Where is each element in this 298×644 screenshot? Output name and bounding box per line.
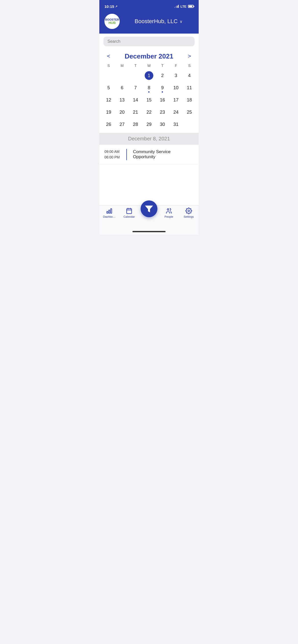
events-section: December 8, 2021 09:00 AM 06:00 PM Commu… xyxy=(99,133,199,165)
cal-empty xyxy=(183,119,196,130)
lte-label: LTE xyxy=(180,5,186,8)
cal-day-13[interactable]: 13 xyxy=(115,94,129,106)
status-time: 10:15 ↗ xyxy=(104,4,117,9)
search-container xyxy=(99,34,199,49)
cal-day-7[interactable]: 7 xyxy=(129,82,142,94)
calendar-grid: S M T W T F S 12345678910111213141516171… xyxy=(99,63,199,133)
prev-month-button[interactable]: < xyxy=(104,52,113,61)
search-input[interactable] xyxy=(103,37,195,46)
battery-icon xyxy=(188,5,194,8)
home-indicator xyxy=(99,229,199,235)
cal-day-16[interactable]: 16 xyxy=(156,94,169,106)
event-dot xyxy=(148,91,150,93)
cal-day-1[interactable]: 1 xyxy=(142,70,156,81)
people-icon xyxy=(166,208,172,214)
svg-rect-2 xyxy=(111,209,112,213)
dashboard-icon xyxy=(106,208,113,214)
svg-point-8 xyxy=(167,209,169,210)
cal-day-18[interactable]: 18 xyxy=(183,94,196,106)
settings-label: Settings xyxy=(184,215,194,218)
cal-day-3[interactable]: 3 xyxy=(169,70,183,81)
event-dot xyxy=(162,91,163,93)
cal-day-9[interactable]: 9 xyxy=(156,82,169,94)
day-number: 8 xyxy=(145,83,153,92)
org-name-button[interactable]: BoosterHub, LLC ∨ xyxy=(124,18,194,25)
cal-day-29[interactable]: 29 xyxy=(142,119,156,130)
cal-day-27[interactable]: 27 xyxy=(115,119,129,130)
app-header: BOOSTER HUB BoosterHub, LLC ∨ xyxy=(99,11,199,34)
day-number: 5 xyxy=(104,83,113,92)
cal-empty xyxy=(115,70,129,81)
cal-day-10[interactable]: 10 xyxy=(169,82,183,94)
nav-people[interactable]: People xyxy=(159,208,179,218)
cal-day-23[interactable]: 23 xyxy=(156,106,169,118)
cal-empty xyxy=(102,70,115,81)
day-number: 24 xyxy=(172,108,180,116)
cal-day-28[interactable]: 28 xyxy=(129,119,142,130)
nav-dashboard[interactable]: Dashbo… xyxy=(99,208,119,218)
day-number: 19 xyxy=(104,108,113,116)
settings-icon xyxy=(185,208,192,214)
cal-day-24[interactable]: 24 xyxy=(169,106,183,118)
nav-fab[interactable] xyxy=(139,200,159,217)
cal-day-15[interactable]: 15 xyxy=(142,94,156,106)
day-number: 29 xyxy=(145,120,153,129)
nav-calendar[interactable]: Calendar xyxy=(119,208,139,218)
status-bar: 10:15 ↗ LTE xyxy=(99,0,199,11)
cal-day-2[interactable]: 2 xyxy=(156,70,169,81)
cal-day-22[interactable]: 22 xyxy=(142,106,156,118)
signal-bar-1 xyxy=(174,7,175,8)
battery-fill xyxy=(189,6,192,7)
cal-day-4[interactable]: 4 xyxy=(183,70,196,81)
location-icon: ↗ xyxy=(115,5,117,8)
day-number: 23 xyxy=(158,108,167,116)
event-time: 09:00 AM 06:00 PM xyxy=(104,149,122,160)
cal-day-26[interactable]: 26 xyxy=(102,119,115,130)
day-number: 11 xyxy=(185,83,194,92)
cal-day-6[interactable]: 6 xyxy=(115,82,129,94)
day-number: 26 xyxy=(104,120,113,129)
cal-day-19[interactable]: 19 xyxy=(102,106,115,118)
day-number: 30 xyxy=(158,120,167,129)
day-number: 20 xyxy=(118,108,126,116)
cal-day-25[interactable]: 25 xyxy=(183,106,196,118)
logo-text: BOOSTER HUB xyxy=(105,18,119,25)
day-number: 17 xyxy=(172,96,180,104)
day-number: 16 xyxy=(158,96,167,104)
signal-bar-3 xyxy=(177,6,178,8)
day-number: 31 xyxy=(172,120,180,129)
day-number: 9 xyxy=(158,83,167,92)
event-item[interactable]: 09:00 AM 06:00 PM Community Service Oppo… xyxy=(99,145,199,165)
fab-button[interactable] xyxy=(141,200,157,217)
day-header-tue: T xyxy=(129,63,142,69)
day-number: 12 xyxy=(104,96,113,104)
day-number: 2 xyxy=(158,71,167,80)
filter-icon xyxy=(145,205,153,213)
cal-day-20[interactable]: 20 xyxy=(115,106,129,118)
bottom-nav: Dashbo… Calendar xyxy=(99,205,199,229)
event-end-time: 06:00 PM xyxy=(104,154,122,160)
cal-day-12[interactable]: 12 xyxy=(102,94,115,106)
status-right: LTE xyxy=(174,5,194,8)
cal-day-31[interactable]: 31 xyxy=(169,119,183,130)
dashboard-label: Dashbo… xyxy=(103,215,116,218)
cal-day-14[interactable]: 14 xyxy=(129,94,142,106)
cal-day-5[interactable]: 5 xyxy=(102,82,115,94)
day-header-sun: S xyxy=(102,63,115,69)
calendar-icon xyxy=(126,208,132,214)
cal-day-21[interactable]: 21 xyxy=(129,106,142,118)
cal-day-17[interactable]: 17 xyxy=(169,94,183,106)
day-headers: S M T W T F S xyxy=(102,63,196,69)
day-header-mon: M xyxy=(115,63,129,69)
svg-rect-1 xyxy=(109,210,110,213)
event-title: Community Service Opportunity xyxy=(131,149,194,160)
day-number: 22 xyxy=(145,108,153,116)
cal-day-30[interactable]: 30 xyxy=(156,119,169,130)
nav-settings[interactable]: Settings xyxy=(179,208,199,218)
cal-day-8[interactable]: 8 xyxy=(142,82,156,94)
cal-day-11[interactable]: 11 xyxy=(183,82,196,94)
day-number: 18 xyxy=(185,96,194,104)
next-month-button[interactable]: > xyxy=(185,52,194,61)
org-name-text: BoosterHub, LLC xyxy=(135,18,178,25)
day-number: 6 xyxy=(118,83,126,92)
